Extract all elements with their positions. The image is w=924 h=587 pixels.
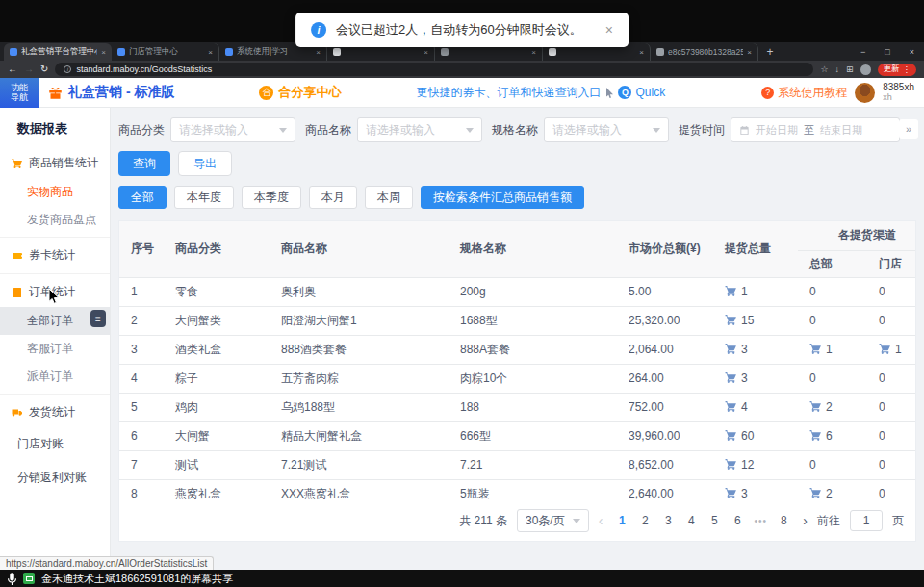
cell-pickup-total[interactable]: 4 bbox=[713, 393, 798, 421]
maximize-button[interactable]: □ bbox=[875, 47, 899, 57]
download-icon[interactable]: ↓ bbox=[834, 64, 839, 74]
cart-count: 60 bbox=[741, 429, 754, 443]
forward-icon[interactable]: → bbox=[24, 64, 34, 74]
new-tab-button[interactable]: + bbox=[762, 44, 778, 60]
pagination-page[interactable]: 4 bbox=[681, 514, 701, 527]
toast-close-icon[interactable]: × bbox=[605, 22, 613, 38]
pagination-page[interactable]: 6 bbox=[728, 514, 747, 527]
prev-page-button[interactable]: ‹ bbox=[599, 514, 603, 527]
quick-tab-this-year[interactable]: 本年度 bbox=[174, 186, 234, 209]
search-button[interactable]: 查询 bbox=[118, 151, 170, 176]
quick-tab-this-week[interactable]: 本周 bbox=[365, 186, 413, 209]
chrome-update-button[interactable]: 更新 ⋮ bbox=[878, 64, 917, 76]
goto-page-input[interactable] bbox=[850, 510, 883, 531]
pagination-page[interactable]: 2 bbox=[635, 514, 654, 527]
sidebar-item-shipping-stats[interactable]: 发货统计 bbox=[0, 397, 110, 427]
sidebar-item-coupon-card-stats[interactable]: 券卡统计 bbox=[0, 241, 110, 270]
cell-hq[interactable]: 2 bbox=[798, 393, 867, 421]
table-row: 1零食奥利奥200g5.00100 bbox=[119, 277, 915, 306]
cell-hq[interactable]: 6 bbox=[798, 421, 867, 450]
page-size-select[interactable]: 30条/页 bbox=[517, 509, 589, 532]
sidebar-item-service-orders[interactable]: 客服订单 bbox=[0, 335, 110, 363]
tab-close-icon[interactable]: × bbox=[424, 48, 428, 57]
tab-close-icon[interactable]: × bbox=[316, 48, 321, 57]
col-category: 商品分类 bbox=[164, 221, 270, 277]
quick-tab-this-quarter[interactable]: 本季度 bbox=[242, 186, 301, 209]
tab-close-icon[interactable]: × bbox=[101, 48, 106, 57]
filter-select-spec-name[interactable]: 请选择或输入 bbox=[544, 117, 669, 142]
cell-pickup-total[interactable]: 1 bbox=[713, 277, 798, 306]
quick-icon: Q bbox=[618, 86, 631, 99]
chevron-down-icon bbox=[573, 519, 580, 523]
pagination-page[interactable]: 1 bbox=[612, 514, 631, 527]
cell-pickup-total[interactable]: 3 bbox=[713, 335, 798, 364]
cell-hq[interactable]: 1 bbox=[798, 335, 867, 364]
pagination-page[interactable]: 5 bbox=[705, 514, 724, 527]
user-avatar[interactable] bbox=[855, 83, 875, 103]
filter-select-goods-category[interactable]: 请选择或输入 bbox=[170, 117, 295, 142]
back-icon[interactable]: ← bbox=[8, 64, 17, 74]
browser-tab[interactable]: e8c573980b1328a258fd2e6f× bbox=[651, 43, 758, 61]
next-page-button[interactable]: › bbox=[803, 514, 808, 527]
sidebar-collapse-handle[interactable]: ≡ bbox=[90, 310, 106, 327]
screen-share-icon bbox=[23, 573, 35, 584]
minimize-button[interactable]: − bbox=[851, 47, 875, 57]
reload-icon[interactable]: ↻ bbox=[40, 64, 48, 74]
filter-collapse-button[interactable]: » bbox=[899, 119, 918, 139]
cell-hq[interactable]: 2 bbox=[798, 479, 867, 500]
date-separator: 至 bbox=[804, 123, 814, 138]
pagination-page[interactable]: 8 bbox=[774, 514, 793, 527]
share-center-link[interactable]: 合 合分享中心 bbox=[259, 84, 341, 101]
cell-pickup-total[interactable]: 60 bbox=[713, 421, 798, 450]
zero-value: 0 bbox=[809, 314, 816, 327]
info-icon: i bbox=[311, 22, 326, 38]
browser-tab[interactable]: 礼盒营销平台管理中心× bbox=[4, 43, 112, 61]
cell-pickup-total[interactable]: 3 bbox=[713, 364, 798, 393]
table-card: 序号 商品分类 商品名称 规格名称 市场价总额(¥) 提货总量 各提货渠道 总部… bbox=[118, 220, 916, 542]
sidebar: 数据报表 商品销售统计实物商品发货商品盘点券卡统计订单统计全部订单客服订单派单订… bbox=[0, 108, 111, 570]
update-label: 更新 bbox=[884, 64, 900, 75]
sidebar-item-distribution-rebate[interactable]: 分销返利对账 bbox=[0, 461, 110, 495]
browser-tab[interactable]: 门店管理中心× bbox=[112, 43, 219, 61]
cell-store: 0 bbox=[867, 364, 915, 393]
tab-close-icon[interactable]: × bbox=[531, 48, 536, 57]
profile-avatar[interactable] bbox=[860, 64, 871, 75]
sidebar-item-physical-goods[interactable]: 实物商品 bbox=[0, 178, 110, 206]
tab-favicon bbox=[441, 48, 449, 56]
address-bar[interactable]: i standard.maboy.cn/GoodsStatistics bbox=[55, 63, 813, 76]
pagination-page[interactable]: 3 bbox=[658, 514, 678, 527]
cell-pickup-total[interactable]: 3 bbox=[713, 479, 798, 500]
quick-link[interactable]: Q Quick bbox=[618, 86, 665, 99]
cell-seq: 5 bbox=[119, 393, 164, 421]
sidebar-item-shipment-inventory[interactable]: 发货商品盘点 bbox=[0, 206, 110, 234]
quick-tab-all[interactable]: 全部 bbox=[118, 186, 167, 209]
sidebar-item-dispatch-orders[interactable]: 派单订单 bbox=[0, 363, 110, 391]
quick-tab-this-month[interactable]: 本月 bbox=[309, 186, 357, 209]
window-close-button[interactable]: × bbox=[900, 47, 924, 57]
filter-select-goods-name[interactable]: 请选择或输入 bbox=[357, 117, 482, 142]
function-nav-toggle[interactable]: 功能 导航 bbox=[0, 78, 38, 108]
site-info-icon[interactable]: i bbox=[64, 65, 71, 73]
cell-pickup-total[interactable]: 15 bbox=[713, 306, 798, 335]
quick-tab-summarize-by-criteria[interactable]: 按检索条件汇总商品销售额 bbox=[421, 186, 584, 209]
cell-store[interactable]: 1 bbox=[867, 335, 915, 364]
sidebar-item-store-reconciliation[interactable]: 门店对账 bbox=[0, 427, 110, 461]
tutorial-link[interactable]: ? 系统使用教程 bbox=[761, 85, 847, 101]
export-button[interactable]: 导出 bbox=[178, 151, 232, 176]
tab-close-icon[interactable]: × bbox=[208, 48, 213, 57]
screen-share-bar: 金禾通技术王斌18662591081的屏幕共享 bbox=[0, 570, 924, 587]
extensions-icon[interactable]: ⊞ bbox=[846, 64, 854, 74]
tab-close-icon[interactable]: × bbox=[747, 48, 752, 57]
bookmark-star-icon[interactable]: ☆ bbox=[820, 64, 828, 74]
tab-favicon bbox=[549, 48, 556, 56]
cell-spec: 1688型 bbox=[449, 306, 617, 335]
sidebar-item-goods-sales-stats[interactable]: 商品销售统计 bbox=[0, 148, 110, 178]
tutorial-label: 系统使用教程 bbox=[778, 85, 847, 101]
table-row: 4粽子五芳斋肉粽肉粽10个264.00300 bbox=[119, 364, 915, 393]
promo-text: 更快捷的券卡、订单和快递查询入口 bbox=[416, 85, 601, 101]
tab-close-icon[interactable]: × bbox=[639, 48, 644, 57]
date-range-picker[interactable]: 开始日期至结束日期 bbox=[731, 117, 900, 142]
total-count: 共 211 条 bbox=[459, 513, 507, 529]
cell-pickup-total[interactable]: 12 bbox=[713, 450, 798, 479]
cart-icon bbox=[809, 429, 822, 442]
